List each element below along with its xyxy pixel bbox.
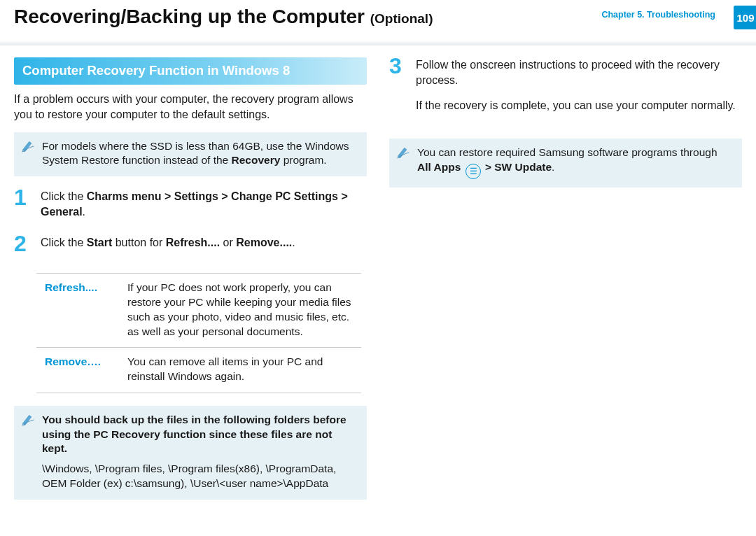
note-icon [396, 146, 410, 160]
page-number: 109 [736, 12, 754, 24]
step2-f: Remove.... [236, 237, 292, 248]
step-3-body: Follow the onscreen instructions to proc… [416, 57, 742, 123]
chapter-label: Chapter 5. Troubleshooting [601, 10, 715, 21]
note-sw-b: All Apps [417, 161, 461, 173]
step2-b: Start [87, 237, 112, 248]
step1-b: Charms menu > Settings > Change PC Setti… [41, 190, 348, 218]
note-icon [21, 413, 35, 427]
refresh-desc: If your PC does not work properly, you c… [119, 274, 361, 348]
step2-g: . [292, 237, 295, 248]
intro-paragraph: If a problem occurs with your computer, … [14, 92, 367, 122]
step3-line1: Follow the onscreen instructions to proc… [416, 57, 742, 88]
step-3-number: 3 [389, 55, 407, 120]
note-sw-e: . [552, 161, 554, 173]
note-ssd-text-c: program. [280, 154, 326, 166]
all-apps-icon: ☰ [465, 164, 481, 179]
step2-e: or [220, 237, 236, 248]
table-row: Refresh.... If your PC does not work pro… [36, 274, 361, 348]
step2-d: Refresh.... [166, 237, 220, 248]
step2-c: button for [112, 237, 166, 248]
step-1-number: 1 [14, 186, 32, 217]
remove-key: Remove…. [36, 348, 119, 393]
note-ssd-text-b: Recovery [232, 154, 281, 166]
note-backup-paths: \Windows, \Program files, \Program files… [42, 463, 336, 489]
note-sw-c: > [482, 161, 495, 173]
title-main: Recovering/Backing up the Computer [14, 6, 365, 27]
chapter-line2: Troubleshooting [647, 10, 715, 20]
page-number-badge: 109 [734, 6, 756, 29]
page-header: Recovering/Backing up the Computer (Opti… [0, 0, 756, 39]
options-table: Refresh.... If your PC does not work pro… [36, 273, 361, 393]
table-row: Remove…. You can remove all items in you… [36, 348, 361, 393]
section-heading: Computer Recovery Function in Windows 8 [14, 57, 367, 85]
note-sw-d: SW Update [494, 161, 552, 173]
remove-desc: You can remove all items in your PC and … [119, 348, 361, 393]
page-title: Recovering/Backing up the Computer (Opti… [14, 6, 433, 27]
step1-c: . [83, 206, 85, 218]
note-swupdate: You can restore required Samsung softwar… [389, 139, 742, 188]
left-column: Computer Recovery Function in Windows 8 … [14, 57, 367, 512]
step2-a: Click the [41, 237, 87, 248]
step-2-number: 2 [14, 232, 32, 255]
step-2-body: Click the Start button for Refresh.... o… [41, 235, 367, 258]
note-backup-bold: You should back up the files in the foll… [42, 414, 346, 455]
right-column: 3 Follow the onscreen instructions to pr… [389, 57, 742, 512]
chapter-line1: Chapter 5. [601, 10, 644, 20]
header-divider [0, 41, 756, 45]
note-backup: You should back up the files in the foll… [14, 406, 367, 500]
note-icon [21, 139, 35, 153]
refresh-key: Refresh.... [36, 274, 119, 348]
step-3: 3 Follow the onscreen instructions to pr… [389, 57, 742, 123]
title-optional: (Optional) [370, 11, 433, 26]
note-sw-a: You can restore required Samsung softwar… [417, 146, 718, 158]
note-ssd: For models where the SSD is less than 64… [14, 132, 367, 177]
step-1-body: Click the Charms menu > Settings > Chang… [41, 189, 367, 220]
step-1: 1 Click the Charms menu > Settings > Cha… [14, 189, 367, 220]
step1-a: Click the [41, 190, 87, 202]
step-2: 2 Click the Start button for Refresh....… [14, 235, 367, 258]
step3-line2: If the recovery is complete, you can use… [416, 98, 742, 113]
